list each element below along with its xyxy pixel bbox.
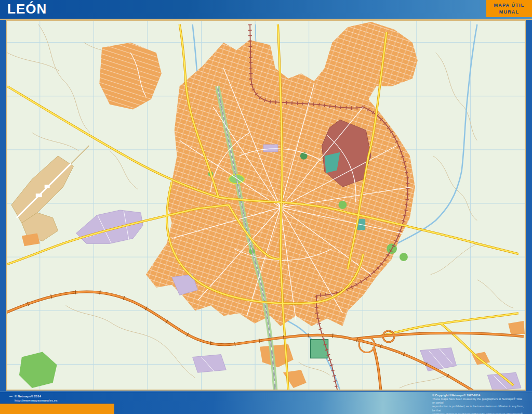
badge-line-2: MURAL	[499, 9, 520, 15]
map-frame	[0, 20, 532, 392]
legal-line: These maps have been created by the geog…	[432, 397, 525, 405]
map-type-badge: MAPA ÚTIL MURAL	[486, 0, 532, 17]
legal-line: reproduction is prohibited; as is the tr…	[432, 405, 525, 412]
footer-accent-bar	[0, 404, 114, 414]
header-bar: LEÓN	[0, 0, 532, 20]
footer-copyright: © Netmaps® 2014	[15, 394, 57, 398]
footer-bar: — © Netmaps® 2014 http://www.mapasmurale…	[0, 392, 532, 414]
leon-wall-map: LEÓN MAPA ÚTIL MURAL	[0, 0, 532, 414]
legal-line: © Copyright ©Netmaps® 1997-2014	[432, 394, 525, 397]
map-title: LEÓN	[7, 1, 47, 17]
footer-legal-block: © Copyright ©Netmaps® 1997-2014 These ma…	[432, 394, 525, 414]
map-canvas	[6, 20, 526, 391]
city-map	[7, 21, 525, 390]
badge-line-1: MAPA ÚTIL	[494, 2, 525, 8]
netmaps-mark: —	[9, 394, 12, 398]
footer-website: http://www.mapasmurales.es	[15, 398, 57, 403]
